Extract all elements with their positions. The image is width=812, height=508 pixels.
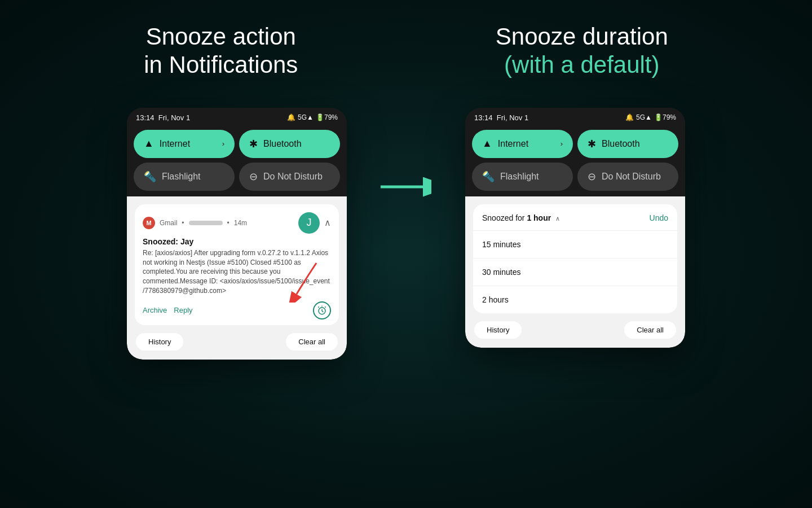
notif-action-buttons: Archive Reply [143,306,193,314]
notif-id-blur [189,221,223,225]
bluetooth-tile[interactable]: ✱ Bluetooth [239,130,340,158]
right-flashlight-tile[interactable]: 🔦 Flashlight [472,163,573,191]
snooze-icon-button[interactable] [313,301,331,319]
snooze-chevron-icon: ∧ [555,215,560,222]
reply-button[interactable]: Reply [174,306,192,314]
notif-title: Snoozed: Jay [143,237,331,246]
left-time-date: 13:14 Fri, Nov 1 [136,113,190,122]
gmail-icon: M [143,217,155,229]
dnd-tile[interactable]: ⊖ Do Not Disturb [239,163,340,191]
snooze-header: Snoozed for 1 hour ∧ Undo [473,204,677,231]
avatar-j: J [298,212,320,234]
notif-actions: Archive Reply [143,301,331,319]
undo-button[interactable]: Undo [650,213,668,222]
internet-tile[interactable]: ▲ Internet › [134,130,235,158]
left-history-button[interactable]: History [136,333,183,351]
archive-button[interactable]: Archive [143,306,167,314]
snooze-option-15min[interactable]: 15 minutes [473,231,677,259]
right-dnd-icon: ⊖ [588,170,596,183]
left-title-line2: in Notifications [144,51,298,79]
right-status-bar: 13:14 Fri, Nov 1 🔔 5G▲ 🔋79% [465,108,685,125]
notif-header: M Gmail • • 14m J ∧ [143,212,331,234]
flashlight-icon: 🔦 [144,170,156,183]
snooze-option-30min[interactable]: 30 minutes [473,259,677,286]
left-bottom-buttons: History Clear all [135,331,339,352]
snooze-duration-card: Snoozed for 1 hour ∧ Undo 15 minutes 30 … [473,204,677,313]
right-bluetooth-icon: ✱ [588,138,596,150]
right-battery-icon: 🔋79% [654,113,676,121]
internet-icon: ▲ [144,138,154,150]
signal-icon: 5G▲ [298,113,314,121]
right-status-icons: 🔔 5G▲ 🔋79% [625,113,676,121]
right-dnd-tile[interactable]: ⊖ Do Not Disturb [577,163,678,191]
snooze-option-2hrs[interactable]: 2 hours [473,286,677,313]
left-phone: 13:14 Fri, Nov 1 🔔 5G▲ 🔋79% ▲ Internet ›… [127,108,347,360]
right-history-button[interactable]: History [474,321,522,339]
right-internet-tile[interactable]: ▲ Internet › [472,130,573,158]
transition-arrow [381,108,431,198]
battery-icon: 🔋79% [316,113,338,121]
notif-header-left: M Gmail • • 14m [143,217,247,229]
left-phone-mockup: 13:14 Fri, Nov 1 🔔 5G▲ 🔋79% ▲ Internet ›… [127,108,347,360]
dnd-icon: ⊖ [249,170,258,183]
right-title-line1: Snooze duration [496,23,668,51]
bluetooth-icon: ✱ [249,138,258,150]
vibrate-icon: 🔔 [287,113,295,121]
flashlight-tile[interactable]: 🔦 Flashlight [134,163,235,191]
left-title-line1: Snooze action [144,23,298,51]
left-notification-area: M Gmail • • 14m J ∧ Snoozed: Jay [127,196,347,360]
right-phone: 13:14 Fri, Nov 1 🔔 5G▲ 🔋79% ▲ Internet ›… [465,108,685,348]
notif-dot-separator: • [182,219,184,227]
right-phone-mockup: 13:14 Fri, Nov 1 🔔 5G▲ 🔋79% ▲ Internet ›… [465,108,685,348]
right-clear-all-button[interactable]: Clear all [624,321,676,339]
left-status-bar: 13:14 Fri, Nov 1 🔔 5G▲ 🔋79% [127,108,347,125]
right-flashlight-icon: 🔦 [482,170,495,183]
notif-dot-2: • [227,219,230,227]
snooze-title: Snoozed for 1 hour ∧ [482,213,560,222]
chevron-up-icon[interactable]: ∧ [324,217,331,228]
notif-right: J ∧ [298,212,331,234]
left-clear-all-button[interactable]: Clear all [286,333,338,351]
right-vibrate-icon: 🔔 [625,113,634,121]
right-internet-chevron: › [561,139,563,148]
right-signal-icon: 5G▲ [636,113,652,121]
left-status-icons: 🔔 5G▲ 🔋79% [287,113,338,121]
right-quick-tiles: ▲ Internet › ✱ Bluetooth 🔦 Flashlight ⊖ … [465,125,685,196]
right-title-line2: (with a default) [496,51,668,79]
right-bottom-buttons: History Clear all [473,319,677,340]
right-snooze-area: Snoozed for 1 hour ∧ Undo 15 minutes 30 … [465,196,685,348]
left-header: Snooze action in Notifications [144,23,298,80]
internet-chevron: › [222,139,224,148]
right-time-date: 13:14 Fri, Nov 1 [474,113,528,122]
left-quick-tiles: ▲ Internet › ✱ Bluetooth 🔦 Flashlight ⊖ … [127,125,347,196]
right-internet-icon: ▲ [482,138,492,150]
right-header: Snooze duration (with a default) [496,23,668,80]
right-bluetooth-tile[interactable]: ✱ Bluetooth [577,130,678,158]
main-content: 13:14 Fri, Nov 1 🔔 5G▲ 🔋79% ▲ Internet ›… [0,91,812,376]
page-header: Snooze action in Notifications Snooze du… [0,0,812,91]
